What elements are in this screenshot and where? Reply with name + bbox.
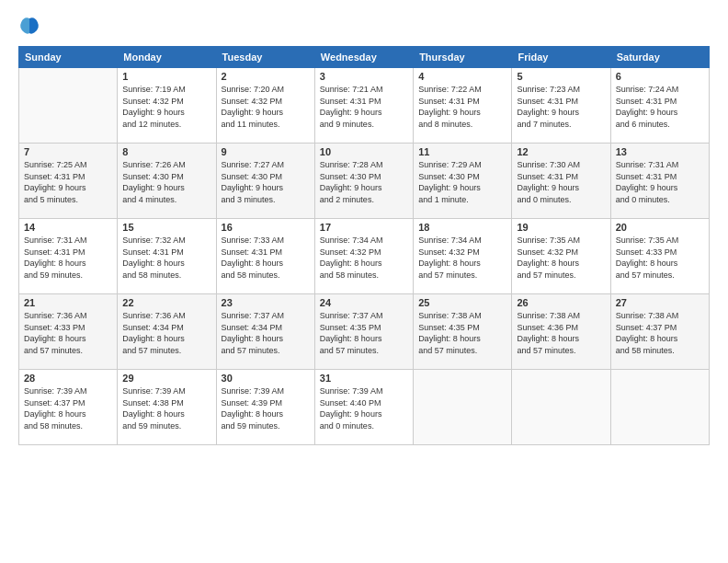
day-number: 20 [616, 222, 704, 233]
day-info: Sunrise: 7:39 AM Sunset: 4:38 PM Dayligh… [122, 385, 210, 431]
calendar-cell: 10Sunrise: 7:28 AM Sunset: 4:30 PM Dayli… [314, 144, 413, 219]
day-info: Sunrise: 7:32 AM Sunset: 4:31 PM Dayligh… [122, 235, 210, 281]
day-info: Sunrise: 7:33 AM Sunset: 4:31 PM Dayligh… [222, 235, 310, 281]
day-number: 26 [517, 297, 605, 308]
calendar-cell: 8Sunrise: 7:26 AM Sunset: 4:30 PM Daylig… [118, 144, 216, 219]
calendar-cell: 9Sunrise: 7:27 AM Sunset: 4:30 PM Daylig… [216, 144, 314, 219]
day-number: 29 [122, 373, 210, 384]
day-number: 24 [320, 297, 408, 308]
day-info: Sunrise: 7:19 AM Sunset: 4:32 PM Dayligh… [122, 84, 210, 130]
day-number: 25 [418, 297, 506, 308]
day-number: 8 [122, 146, 210, 157]
day-number: 22 [122, 297, 210, 308]
calendar-cell: 12Sunrise: 7:30 AM Sunset: 4:31 PM Dayli… [512, 144, 610, 219]
day-info: Sunrise: 7:35 AM Sunset: 4:32 PM Dayligh… [517, 235, 605, 281]
calendar-cell: 6Sunrise: 7:24 AM Sunset: 4:31 PM Daylig… [610, 68, 709, 144]
day-number: 16 [222, 222, 310, 233]
calendar-cell: 1Sunrise: 7:19 AM Sunset: 4:32 PM Daylig… [118, 68, 216, 144]
day-number: 17 [320, 222, 408, 233]
day-info: Sunrise: 7:38 AM Sunset: 4:35 PM Dayligh… [418, 310, 506, 356]
calendar-cell: 27Sunrise: 7:38 AM Sunset: 4:37 PM Dayli… [610, 294, 709, 370]
day-info: Sunrise: 7:39 AM Sunset: 4:37 PM Dayligh… [24, 385, 112, 431]
day-number: 15 [122, 222, 210, 233]
calendar-cell: 14Sunrise: 7:31 AM Sunset: 4:31 PM Dayli… [19, 219, 118, 294]
day-number: 19 [517, 222, 605, 233]
day-number: 23 [222, 297, 310, 308]
day-info: Sunrise: 7:37 AM Sunset: 4:34 PM Dayligh… [222, 310, 310, 356]
weekday-header-tuesday: Tuesday [216, 47, 314, 68]
day-info: Sunrise: 7:22 AM Sunset: 4:31 PM Dayligh… [418, 84, 506, 130]
calendar-table: SundayMondayTuesdayWednesdayThursdayFrid… [18, 46, 710, 445]
day-number: 3 [320, 71, 408, 82]
day-number: 13 [616, 146, 704, 157]
day-number: 31 [320, 373, 408, 384]
calendar-cell [19, 68, 118, 144]
logo [18, 15, 44, 37]
calendar-cell: 28Sunrise: 7:39 AM Sunset: 4:37 PM Dayli… [19, 370, 118, 445]
day-number: 2 [222, 71, 310, 82]
day-number: 28 [24, 373, 112, 384]
calendar-cell: 29Sunrise: 7:39 AM Sunset: 4:38 PM Dayli… [118, 370, 216, 445]
calendar-cell: 30Sunrise: 7:39 AM Sunset: 4:39 PM Dayli… [216, 370, 314, 445]
day-number: 27 [616, 297, 704, 308]
logo-icon [18, 15, 40, 37]
day-info: Sunrise: 7:35 AM Sunset: 4:33 PM Dayligh… [616, 235, 704, 281]
day-info: Sunrise: 7:39 AM Sunset: 4:39 PM Dayligh… [222, 385, 310, 431]
day-number: 6 [616, 71, 704, 82]
day-info: Sunrise: 7:24 AM Sunset: 4:31 PM Dayligh… [616, 84, 704, 130]
week-row-3: 14Sunrise: 7:31 AM Sunset: 4:31 PM Dayli… [19, 219, 710, 294]
day-info: Sunrise: 7:21 AM Sunset: 4:31 PM Dayligh… [320, 84, 408, 130]
day-info: Sunrise: 7:38 AM Sunset: 4:36 PM Dayligh… [517, 310, 605, 356]
calendar-cell: 16Sunrise: 7:33 AM Sunset: 4:31 PM Dayli… [216, 219, 314, 294]
calendar-cell: 24Sunrise: 7:37 AM Sunset: 4:35 PM Dayli… [314, 294, 413, 370]
weekday-header-wednesday: Wednesday [314, 47, 413, 68]
weekday-header-friday: Friday [512, 47, 610, 68]
calendar-cell: 26Sunrise: 7:38 AM Sunset: 4:36 PM Dayli… [512, 294, 610, 370]
day-number: 4 [418, 71, 506, 82]
header [18, 15, 710, 37]
calendar-cell: 31Sunrise: 7:39 AM Sunset: 4:40 PM Dayli… [314, 370, 413, 445]
day-info: Sunrise: 7:25 AM Sunset: 4:31 PM Dayligh… [24, 159, 112, 205]
calendar-cell [512, 370, 610, 445]
weekday-header-row: SundayMondayTuesdayWednesdayThursdayFrid… [19, 47, 710, 68]
day-number: 7 [24, 146, 112, 157]
day-info: Sunrise: 7:37 AM Sunset: 4:35 PM Dayligh… [320, 310, 408, 356]
day-number: 9 [222, 146, 310, 157]
day-number: 11 [418, 146, 506, 157]
day-number: 30 [222, 373, 310, 384]
calendar-cell: 5Sunrise: 7:23 AM Sunset: 4:31 PM Daylig… [512, 68, 610, 144]
day-info: Sunrise: 7:38 AM Sunset: 4:37 PM Dayligh… [616, 310, 704, 356]
calendar-cell: 23Sunrise: 7:37 AM Sunset: 4:34 PM Dayli… [216, 294, 314, 370]
weekday-header-saturday: Saturday [610, 47, 709, 68]
day-info: Sunrise: 7:31 AM Sunset: 4:31 PM Dayligh… [616, 159, 704, 205]
calendar-cell [610, 370, 709, 445]
calendar-cell: 19Sunrise: 7:35 AM Sunset: 4:32 PM Dayli… [512, 219, 610, 294]
calendar-cell: 20Sunrise: 7:35 AM Sunset: 4:33 PM Dayli… [610, 219, 709, 294]
day-info: Sunrise: 7:31 AM Sunset: 4:31 PM Dayligh… [24, 235, 112, 281]
calendar-cell: 13Sunrise: 7:31 AM Sunset: 4:31 PM Dayli… [610, 144, 709, 219]
calendar-cell: 15Sunrise: 7:32 AM Sunset: 4:31 PM Dayli… [118, 219, 216, 294]
week-row-4: 21Sunrise: 7:36 AM Sunset: 4:33 PM Dayli… [19, 294, 710, 370]
calendar-cell: 21Sunrise: 7:36 AM Sunset: 4:33 PM Dayli… [19, 294, 118, 370]
week-row-1: 1Sunrise: 7:19 AM Sunset: 4:32 PM Daylig… [19, 68, 710, 144]
day-info: Sunrise: 7:36 AM Sunset: 4:34 PM Dayligh… [122, 310, 210, 356]
page: SundayMondayTuesdayWednesdayThursdayFrid… [0, 0, 728, 563]
day-info: Sunrise: 7:29 AM Sunset: 4:30 PM Dayligh… [418, 159, 506, 205]
day-info: Sunrise: 7:23 AM Sunset: 4:31 PM Dayligh… [517, 84, 605, 130]
weekday-header-monday: Monday [118, 47, 216, 68]
day-number: 12 [517, 146, 605, 157]
calendar-cell: 2Sunrise: 7:20 AM Sunset: 4:32 PM Daylig… [216, 68, 314, 144]
weekday-header-sunday: Sunday [19, 47, 118, 68]
weekday-header-thursday: Thursday [414, 47, 512, 68]
day-info: Sunrise: 7:26 AM Sunset: 4:30 PM Dayligh… [122, 159, 210, 205]
day-info: Sunrise: 7:28 AM Sunset: 4:30 PM Dayligh… [320, 159, 408, 205]
day-number: 14 [24, 222, 112, 233]
calendar-cell [414, 370, 512, 445]
day-info: Sunrise: 7:36 AM Sunset: 4:33 PM Dayligh… [24, 310, 112, 356]
day-number: 5 [517, 71, 605, 82]
calendar-cell: 25Sunrise: 7:38 AM Sunset: 4:35 PM Dayli… [414, 294, 512, 370]
week-row-2: 7Sunrise: 7:25 AM Sunset: 4:31 PM Daylig… [19, 144, 710, 219]
week-row-5: 28Sunrise: 7:39 AM Sunset: 4:37 PM Dayli… [19, 370, 710, 445]
calendar-cell: 22Sunrise: 7:36 AM Sunset: 4:34 PM Dayli… [118, 294, 216, 370]
calendar-cell: 4Sunrise: 7:22 AM Sunset: 4:31 PM Daylig… [414, 68, 512, 144]
